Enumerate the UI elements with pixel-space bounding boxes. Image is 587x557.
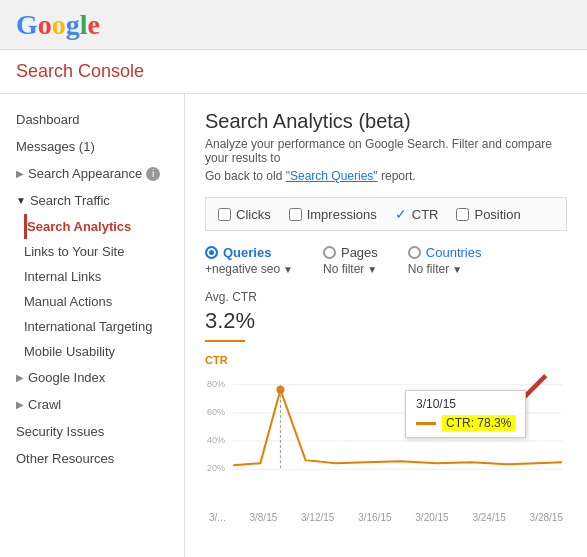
sidebar-crawl[interactable]: ▶ Crawl <box>0 391 184 418</box>
chart-section: CTR 80% 60% 40% 20% <box>205 354 567 523</box>
position-checkbox[interactable] <box>456 208 469 221</box>
position-label: Position <box>474 207 520 222</box>
sidebar: Dashboard Messages (1) ▶ Search Appearan… <box>0 94 185 557</box>
logo-e: e <box>88 9 100 41</box>
countries-filter-dropdown[interactable]: No filter ▼ <box>408 262 462 276</box>
header: G o o g l e <box>0 0 587 50</box>
metric-section: Avg. CTR 3.2% <box>205 290 567 342</box>
radio-filled-icon <box>205 246 218 259</box>
logo-g: G <box>16 9 38 41</box>
tooltip-line-icon <box>416 422 436 425</box>
radio-empty-icon <box>323 246 336 259</box>
queries-group: Queries +negative seo ▼ <box>205 245 293 276</box>
x-label-2: 3/12/15 <box>301 512 334 523</box>
subtitle: Analyze your performance on Google Searc… <box>205 137 567 165</box>
chart-tooltip: 3/10/15 CTR: 78.3% <box>405 390 526 438</box>
sidebar-item-mobile-usability[interactable]: Mobile Usability <box>24 339 184 364</box>
chart-container: 80% 60% 40% 20% <box>205 370 567 510</box>
svg-text:40%: 40% <box>207 435 225 445</box>
group-by-row: Queries +negative seo ▼ Pages No filter … <box>205 245 567 276</box>
countries-group: Countries No filter ▼ <box>408 245 482 276</box>
sidebar-traffic-sub: Search Analytics Links to Your Site Inte… <box>0 214 184 364</box>
filter-clicks: Clicks <box>218 207 271 222</box>
chevron-down-icon-5: ▼ <box>367 264 377 275</box>
filter-position: Position <box>456 207 520 222</box>
metric-value: 3.2% <box>205 308 567 334</box>
clicks-checkbox[interactable] <box>218 208 231 221</box>
chart-title: CTR <box>205 354 567 366</box>
x-label-5: 3/24/15 <box>472 512 505 523</box>
chevron-down-icon-6: ▼ <box>452 264 462 275</box>
tooltip-value-row: CTR: 78.3% <box>416 415 515 431</box>
chevron-right-icon: ▶ <box>16 168 24 179</box>
logo-l: l <box>80 9 88 41</box>
sidebar-search-appearance[interactable]: ▶ Search Appearance i <box>0 160 184 187</box>
sidebar-google-index[interactable]: ▶ Google Index <box>0 364 184 391</box>
queries-filter-dropdown[interactable]: +negative seo ▼ <box>205 262 293 276</box>
sidebar-item-dashboard[interactable]: Dashboard <box>0 106 184 133</box>
sidebar-item-international-targeting[interactable]: International Targeting <box>24 314 184 339</box>
pages-filter-dropdown[interactable]: No filter ▼ <box>323 262 377 276</box>
sidebar-item-manual-actions[interactable]: Manual Actions <box>24 289 184 314</box>
sidebar-item-internal-links[interactable]: Internal Links <box>24 264 184 289</box>
tooltip-date: 3/10/15 <box>416 397 515 411</box>
clicks-label: Clicks <box>236 207 271 222</box>
tooltip-ctr-value: CTR: 78.3% <box>442 415 515 431</box>
filter-row: Clicks Impressions ✓ CTR Position <box>205 197 567 231</box>
x-label-0: 3/... <box>209 512 226 523</box>
metric-underline <box>205 340 245 342</box>
sidebar-item-other[interactable]: Other Resources <box>0 445 184 472</box>
chevron-down-icon-4: ▼ <box>283 264 293 275</box>
queries-radio[interactable]: Queries <box>205 245 271 260</box>
check-icon: ✓ <box>395 206 407 222</box>
chart-x-labels: 3/... 3/8/15 3/12/15 3/16/15 3/20/15 3/2… <box>205 512 567 523</box>
info-icon: i <box>146 167 160 181</box>
countries-radio[interactable]: Countries <box>408 245 482 260</box>
x-label-4: 3/20/15 <box>415 512 448 523</box>
logo-g2: g <box>66 9 80 41</box>
radio-empty-icon-2 <box>408 246 421 259</box>
sidebar-item-messages[interactable]: Messages (1) <box>0 133 184 160</box>
search-queries-link[interactable]: "Search Queries" <box>286 169 378 183</box>
page-title: Search Analytics (beta) <box>205 110 567 133</box>
main-content: Search Analytics (beta) Analyze your per… <box>185 94 587 557</box>
impressions-label: Impressions <box>307 207 377 222</box>
pages-group: Pages No filter ▼ <box>323 245 378 276</box>
chevron-down-icon: ▼ <box>16 195 26 206</box>
metric-label: Avg. CTR <box>205 290 567 304</box>
impressions-checkbox[interactable] <box>289 208 302 221</box>
pages-radio[interactable]: Pages <box>323 245 378 260</box>
sidebar-search-traffic[interactable]: ▼ Search Traffic <box>0 187 184 214</box>
layout: Dashboard Messages (1) ▶ Search Appearan… <box>0 94 587 557</box>
app-title-bar: Search Console <box>0 50 587 94</box>
app-title: Search Console <box>16 61 144 82</box>
sidebar-item-security[interactable]: Security Issues <box>0 418 184 445</box>
logo-o1: o <box>38 9 52 41</box>
chevron-right-icon-3: ▶ <box>16 399 24 410</box>
filter-impressions: Impressions <box>289 207 377 222</box>
logo-o2: o <box>52 9 66 41</box>
go-back-text: Go back to old "Search Queries" report. <box>205 169 567 183</box>
google-logo: G o o g l e <box>16 9 100 41</box>
sidebar-item-links-to-site[interactable]: Links to Your Site <box>24 239 184 264</box>
ctr-label: CTR <box>412 207 439 222</box>
chevron-right-icon-2: ▶ <box>16 372 24 383</box>
x-label-1: 3/8/15 <box>249 512 277 523</box>
svg-text:80%: 80% <box>207 379 225 389</box>
filter-ctr: ✓ CTR <box>395 206 439 222</box>
svg-text:20%: 20% <box>207 463 225 473</box>
x-label-3: 3/16/15 <box>358 512 391 523</box>
svg-text:60%: 60% <box>207 407 225 417</box>
x-label-6: 3/28/15 <box>530 512 563 523</box>
sidebar-item-search-analytics[interactable]: Search Analytics <box>24 214 184 239</box>
